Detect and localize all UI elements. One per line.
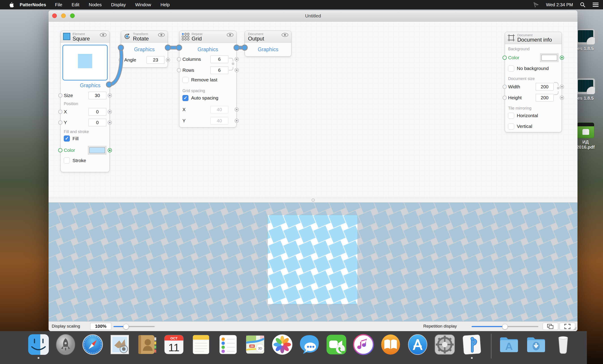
rows-output-port[interactable] xyxy=(235,68,239,72)
columns-input-port[interactable] xyxy=(177,57,181,62)
x-field[interactable] xyxy=(88,108,106,116)
background-color-output-port[interactable] xyxy=(560,56,564,60)
notification-center-icon[interactable] xyxy=(592,2,599,7)
pattern-preview[interactable] xyxy=(48,203,578,321)
dock-mail-icon[interactable] xyxy=(109,334,130,355)
node-document-info[interactable]: DocumentDocument info Background Color N… xyxy=(505,32,562,132)
search-icon[interactable] xyxy=(580,2,586,8)
display-scaling-slider[interactable] xyxy=(114,326,155,327)
rows-input-port[interactable] xyxy=(177,68,181,72)
close-button[interactable] xyxy=(52,13,57,18)
node-document-output[interactable]: DocumentOutput Graphics xyxy=(245,31,291,56)
dock-safari-icon[interactable] xyxy=(82,334,104,355)
rows-field[interactable] xyxy=(210,66,228,74)
grid-spacing-section-label: Grid spacing xyxy=(179,88,236,93)
dock-system-preferences-icon[interactable] xyxy=(434,334,455,355)
menu-item-edit[interactable]: Edit xyxy=(72,2,79,7)
link-width-height-icon[interactable] xyxy=(554,82,560,96)
dock-facetime-icon[interactable] xyxy=(326,334,347,355)
fullscreen-icon xyxy=(564,324,570,329)
stroke-checkbox[interactable] xyxy=(64,157,70,164)
fill-color-swatch[interactable] xyxy=(88,146,106,154)
height-field[interactable] xyxy=(536,94,554,101)
dock-app-store-icon[interactable] xyxy=(407,334,429,355)
y-output-port[interactable] xyxy=(108,120,112,124)
width-output-port[interactable] xyxy=(560,85,564,89)
title-bar[interactable]: Untitled xyxy=(48,10,578,22)
node-transform-rotate[interactable]: TransformRotate Graphics Angle xyxy=(121,31,168,67)
y-input-port[interactable] xyxy=(58,120,62,124)
node-canvas[interactable]: ElementSquare Graphics Size Position X xyxy=(48,22,578,198)
angle-output-port[interactable] xyxy=(166,58,170,62)
angle-field[interactable] xyxy=(147,56,164,64)
size-input-port[interactable] xyxy=(58,93,62,98)
size-field[interactable] xyxy=(88,92,106,99)
background-color-swatch[interactable] xyxy=(540,54,558,62)
dock-launchpad-icon[interactable] xyxy=(55,334,76,355)
columns-field[interactable] xyxy=(210,55,228,63)
fill-checkbox[interactable] xyxy=(64,135,70,142)
dock-contacts-icon[interactable] xyxy=(136,334,158,355)
dock-itunes-icon[interactable] xyxy=(353,334,374,355)
display-scaling-value[interactable]: 100% xyxy=(90,323,111,330)
menu-clock[interactable]: Wed 2:34 PM xyxy=(546,2,573,7)
divider-handle[interactable] xyxy=(311,199,315,202)
node-element-square[interactable]: ElementSquare Graphics Size Position X xyxy=(60,31,110,172)
menu-app-name[interactable]: PatterNodes xyxy=(20,2,46,7)
remove-last-checkbox[interactable] xyxy=(182,77,188,83)
color-input-port[interactable] xyxy=(58,148,62,152)
repetition-display-slider[interactable] xyxy=(472,326,538,327)
dock-finder-icon[interactable] xyxy=(28,334,49,355)
eye-icon[interactable] xyxy=(227,33,234,38)
no-background-checkbox[interactable] xyxy=(508,66,514,72)
width-field[interactable] xyxy=(536,83,554,90)
menu-item-help[interactable]: Help xyxy=(161,2,170,7)
node-repeat-grid[interactable]: RepeatGrid Graphics Columns Rows xyxy=(179,31,237,127)
dock-ibooks-icon[interactable] xyxy=(380,334,401,355)
height-output-port[interactable] xyxy=(560,96,564,100)
dock-notes-icon[interactable] xyxy=(190,334,212,355)
menu-item-nodes[interactable]: Nodes xyxy=(89,2,102,7)
link-columns-rows-icon[interactable] xyxy=(228,57,235,71)
resize-grip[interactable] xyxy=(572,326,577,331)
pane-divider[interactable] xyxy=(48,198,578,203)
dock-photos-icon[interactable] xyxy=(271,334,293,355)
spacing-y-output-port[interactable] xyxy=(235,119,239,123)
minimize-button[interactable] xyxy=(61,13,66,18)
eye-icon[interactable] xyxy=(100,33,107,38)
eye-icon[interactable] xyxy=(158,33,165,38)
menu-item-file[interactable]: File xyxy=(55,2,62,7)
dock-downloads-folder-icon[interactable] xyxy=(525,334,547,355)
dock-maps-icon[interactable]: 2803D xyxy=(244,334,266,355)
x-input-port[interactable] xyxy=(58,110,62,114)
tile-view-button[interactable] xyxy=(543,323,558,330)
dock-trash-icon[interactable] xyxy=(552,334,574,355)
dock-reminders-icon[interactable] xyxy=(217,334,239,355)
vertical-checkbox[interactable] xyxy=(508,123,514,130)
dock-patternodes-icon[interactable] xyxy=(461,334,483,355)
x-output-port[interactable] xyxy=(108,110,112,114)
menu-item-window[interactable]: Window xyxy=(135,2,151,7)
horizontal-checkbox[interactable] xyxy=(508,113,514,119)
apple-icon xyxy=(9,2,14,8)
dock-messages-icon[interactable] xyxy=(299,334,320,355)
background-color-input-port[interactable] xyxy=(502,56,507,60)
spacing-x-output-port[interactable] xyxy=(235,108,239,112)
width-input-port[interactable] xyxy=(502,85,507,89)
height-input-port[interactable] xyxy=(502,96,507,100)
auto-spacing-checkbox[interactable] xyxy=(182,95,188,101)
angle-input-port[interactable] xyxy=(119,58,123,62)
zoom-button[interactable] xyxy=(70,13,75,18)
apple-menu[interactable] xyxy=(9,2,14,8)
y-field[interactable] xyxy=(88,119,106,126)
menu-item-display[interactable]: Display xyxy=(111,2,126,7)
size-output-port[interactable] xyxy=(108,93,112,98)
calendar-month-text: OCT xyxy=(170,336,177,340)
eye-icon[interactable] xyxy=(281,33,289,38)
color-output-port[interactable] xyxy=(108,148,112,152)
columns-output-port[interactable] xyxy=(235,57,239,62)
display-scaling-label: Display scaling xyxy=(52,324,80,329)
patternodes-status-icon[interactable] xyxy=(533,1,539,8)
dock-calendar-icon[interactable]: OCT11 xyxy=(163,334,185,355)
dock-applications-folder-icon[interactable] xyxy=(498,334,520,355)
